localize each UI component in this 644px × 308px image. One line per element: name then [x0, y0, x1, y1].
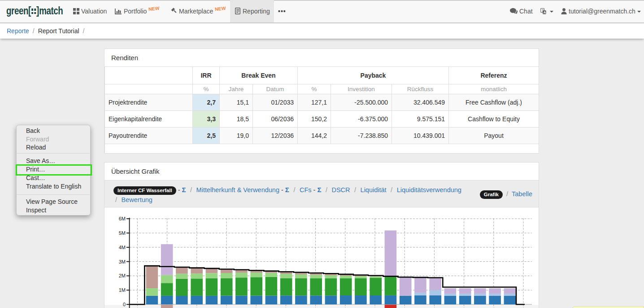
- svg-text:5M: 5M: [119, 230, 126, 236]
- svg-text:1M: 1M: [119, 287, 126, 293]
- svg-text:6M: 6M: [119, 216, 126, 221]
- svg-text:0: 0: [123, 302, 126, 307]
- svg-text:4M: 4M: [119, 245, 126, 250]
- svg-text:3M: 3M: [119, 259, 126, 264]
- svg-text:2M: 2M: [119, 273, 126, 278]
- svg-text:A: A: [544, 10, 546, 14]
